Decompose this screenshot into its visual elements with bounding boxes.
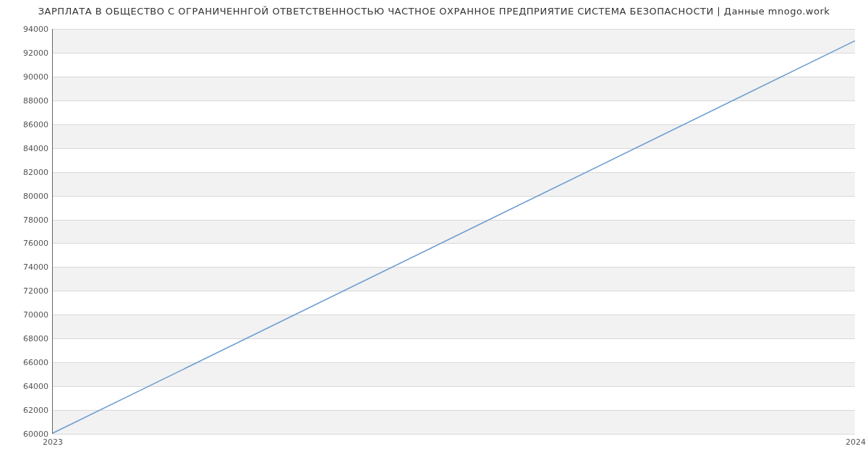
y-tick-label: 80000 [23,191,53,200]
y-tick-label: 76000 [23,239,53,248]
x-tick-label: 2023 [43,433,63,447]
line-series [53,29,855,433]
y-tick-label: 82000 [23,167,53,176]
y-tick-label: 64000 [23,382,53,391]
y-tick-label: 66000 [23,358,53,367]
y-tick-label: 74000 [23,262,53,272]
y-tick-label: 68000 [23,334,53,343]
y-tick-label: 90000 [23,72,53,81]
y-tick-label: 92000 [23,48,53,57]
y-tick-label: 72000 [23,286,53,296]
series-line [53,40,855,433]
y-tick-label: 84000 [23,143,53,153]
chart-title: ЗАРПЛАТА В ОБЩЕСТВО С ОГРАНИЧЕННГОЙ ОТВЕ… [0,6,868,17]
y-tick-label: 70000 [23,310,53,320]
y-tick-label: 78000 [23,215,53,224]
y-tick-label: 94000 [23,25,53,34]
x-tick-label: 2024 [846,433,866,447]
chart-container: ЗАРПЛАТА В ОБЩЕСТВО С ОГРАНИЧЕННГОЙ ОТВЕ… [0,0,868,470]
y-tick-label: 88000 [23,95,53,105]
y-grid-line [53,434,855,435]
plot-area: 6000062000640006600068000700007200074000… [52,29,855,434]
y-tick-label: 62000 [23,406,53,415]
y-tick-label: 86000 [23,119,53,129]
